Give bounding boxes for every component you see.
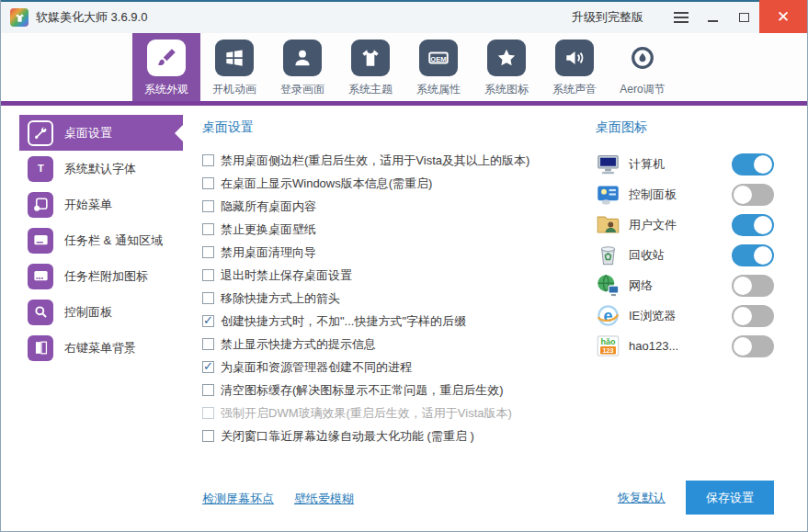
tab-label: 系统属性 bbox=[416, 82, 461, 97]
star-icon bbox=[487, 40, 526, 76]
checkbox[interactable] bbox=[202, 361, 214, 373]
toggle-user-files[interactable] bbox=[732, 214, 774, 236]
toggle-hao123[interactable] bbox=[732, 335, 774, 357]
close-button[interactable]: ✕ bbox=[759, 0, 807, 33]
windows-logo-icon bbox=[215, 40, 254, 76]
network-icon bbox=[596, 273, 620, 298]
desktop-icon-row-ie-browser: e IE浏览器 bbox=[596, 300, 774, 331]
checkbox[interactable] bbox=[202, 246, 214, 258]
checkbox-row-no-shortcut-suffix[interactable]: 创建快捷方式时，不加"...快捷方式"字样的后缀 bbox=[202, 310, 596, 333]
desktop-icon-row-user-files: 用户文件 bbox=[596, 209, 774, 240]
panel-actions: 恢复默认 保存设置 bbox=[596, 481, 774, 531]
sidebar-item-taskbar-extra-icons[interactable]: 任务栏附加图标 bbox=[19, 258, 183, 294]
speaker-icon bbox=[555, 40, 594, 76]
sidebar-item-default-font[interactable]: T 系统默认字体 bbox=[19, 151, 183, 187]
tab-system-properties[interactable]: OEM 系统属性 bbox=[404, 33, 472, 101]
checkbox-label: 清空图标缓存(解决图标显示不正常问题，重启后生效) bbox=[221, 382, 504, 399]
toggle-knob bbox=[734, 277, 752, 295]
sidebar-item-taskbar-notification[interactable]: 任务栏 & 通知区域 bbox=[19, 222, 183, 258]
checkbox-row-separate-explorer-process[interactable]: 为桌面和资源管理器创建不同的进程 bbox=[202, 356, 596, 379]
checkbox-row-remove-shortcut-arrow[interactable]: 移除快捷方式上的箭头 bbox=[202, 287, 596, 310]
tab-aero-tuning[interactable]: Aero调节 bbox=[609, 33, 677, 101]
tab-system-sounds[interactable]: 系统声音 bbox=[541, 33, 609, 101]
top-navbar: 系统外观 开机动画 登录画面 系统主题 OEM 系统属性 bbox=[1, 33, 807, 106]
checkbox-row-disable-sidebar[interactable]: 禁用桌面侧边栏(重启后生效，适用于Vista及其以上的版本) bbox=[202, 149, 596, 172]
sidebar-item-label: 控制面板 bbox=[64, 304, 112, 321]
tab-logon-screen[interactable]: 登录画面 bbox=[268, 33, 336, 101]
app-logo-icon bbox=[10, 8, 28, 27]
upgrade-to-full-link[interactable]: 升级到完整版 bbox=[572, 9, 643, 26]
checkbox-row-disable-aero-snap[interactable]: 关闭窗口靠近屏幕边缘自动最大化功能 (需重启 ) bbox=[202, 424, 596, 447]
panel-heading: 桌面设置 bbox=[202, 119, 596, 136]
taskbar-extra-icon bbox=[28, 264, 53, 289]
toggle-computer[interactable] bbox=[732, 153, 774, 175]
save-settings-button[interactable]: 保存设置 bbox=[686, 481, 774, 515]
checkbox-row-no-shortcut-tooltip[interactable]: 禁止显示快捷方式的提示信息 bbox=[202, 333, 596, 356]
checkbox[interactable] bbox=[202, 154, 214, 166]
hamburger-menu-icon[interactable] bbox=[666, 2, 697, 33]
minimize-button[interactable] bbox=[697, 2, 728, 33]
maximize-button[interactable] bbox=[728, 2, 759, 33]
sidebar-item-start-menu[interactable]: 开始菜单 bbox=[19, 187, 183, 222]
desktop-icon-label: 控制面板 bbox=[629, 187, 723, 203]
wallpaper-blur-link[interactable]: 壁纸爱模糊 bbox=[294, 491, 354, 507]
tab-system-theme[interactable]: 系统主题 bbox=[336, 33, 404, 101]
computer-icon bbox=[596, 152, 620, 176]
checkbox-row-show-windows-version[interactable]: 在桌面上显示Windows版本信息(需重启) bbox=[202, 172, 596, 195]
checkbox[interactable] bbox=[202, 430, 214, 442]
checkbox[interactable] bbox=[202, 338, 214, 350]
tab-system-appearance[interactable]: 系统外观 bbox=[132, 33, 200, 101]
ie-icon: e bbox=[596, 303, 620, 328]
sidebar-item-desktop-settings[interactable]: 桌面设置 bbox=[19, 115, 183, 151]
sidebar-item-label: 右键菜单背景 bbox=[64, 340, 136, 357]
desktop-icons-panel: 桌面图标 计算机 控制面板 用户文件 bbox=[596, 106, 807, 531]
checkbox[interactable] bbox=[202, 223, 214, 235]
toggle-recycle-bin[interactable] bbox=[732, 244, 774, 266]
checkbox-label: 禁用桌面侧边栏(重启后生效，适用于Vista及其以上的版本) bbox=[221, 153, 529, 169]
sidebar-item-label: 桌面设置 bbox=[64, 125, 112, 141]
desktop-icon-label: 用户文件 bbox=[629, 217, 723, 233]
tab-label: 系统主题 bbox=[348, 82, 393, 97]
toggle-ie-browser[interactable] bbox=[732, 305, 774, 327]
checkbox-row-force-dwm-glass: 强制开启DWM玻璃效果(重启后生效，适用于Vista版本) bbox=[202, 402, 596, 424]
svg-text:e: e bbox=[603, 307, 612, 325]
user-icon bbox=[283, 40, 322, 76]
tab-boot-animation[interactable]: 开机动画 bbox=[200, 33, 268, 101]
checkbox-label: 移除快捷方式上的箭头 bbox=[221, 290, 340, 307]
toggle-knob bbox=[754, 155, 772, 174]
checkbox-row-hide-desktop-content[interactable]: 隐藏所有桌面内容 bbox=[202, 195, 596, 218]
toggle-control-panel[interactable] bbox=[732, 184, 774, 206]
checkbox[interactable] bbox=[202, 200, 214, 212]
tab-system-icons[interactable]: 系统图标 bbox=[472, 33, 541, 101]
checkbox-row-disable-cleanup-wizard[interactable]: 禁用桌面清理向导 bbox=[202, 241, 596, 264]
titlebar: 软媒美化大师 3.6.9.0 升级到完整版 ✕ bbox=[1, 0, 807, 33]
tab-label: 登录画面 bbox=[280, 82, 324, 97]
detect-dead-pixels-link[interactable]: 检测屏幕坏点 bbox=[202, 491, 274, 507]
toggle-network[interactable] bbox=[732, 275, 774, 297]
checkbox-label: 关闭窗口靠近屏幕边缘自动最大化功能 (需重启 ) bbox=[221, 428, 474, 445]
checkbox[interactable] bbox=[202, 384, 214, 396]
checkbox-row-forbid-save-settings-on-exit[interactable]: 退出时禁止保存桌面设置 bbox=[202, 264, 596, 287]
checkbox[interactable] bbox=[202, 269, 214, 281]
tab-label: 系统图标 bbox=[484, 82, 529, 97]
sidebar-item-label: 任务栏 & 通知区域 bbox=[64, 232, 163, 249]
magnifier-icon bbox=[28, 300, 53, 325]
sidebar-item-control-panel[interactable]: 控制面板 bbox=[19, 294, 183, 330]
desktop-icon-row-hao123: hǎo123 hao123... bbox=[596, 331, 774, 361]
svg-text:OEM: OEM bbox=[430, 55, 446, 63]
sidebar-item-context-menu-background[interactable]: 右键菜单背景 bbox=[19, 330, 183, 366]
checkbox-label: 禁止更换桌面壁纸 bbox=[221, 221, 316, 238]
font-icon: T bbox=[28, 156, 53, 182]
paintbrush-icon bbox=[147, 40, 186, 76]
context-menu-icon bbox=[28, 335, 53, 361]
desktop-icon-row-control-panel: 控制面板 bbox=[596, 179, 774, 209]
checkbox-row-clear-icon-cache[interactable]: 清空图标缓存(解决图标显示不正常问题，重启后生效) bbox=[202, 379, 596, 402]
svg-text:123: 123 bbox=[602, 346, 613, 355]
checkbox-row-forbid-wallpaper-change[interactable]: 禁止更换桌面壁纸 bbox=[202, 218, 596, 241]
recycle-bin-icon bbox=[596, 243, 620, 267]
checkbox[interactable] bbox=[202, 315, 214, 327]
checkbox[interactable] bbox=[202, 177, 214, 189]
checkbox[interactable] bbox=[202, 292, 214, 304]
restore-defaults-link[interactable]: 恢复默认 bbox=[618, 490, 666, 506]
taskbar-icon bbox=[28, 228, 53, 254]
